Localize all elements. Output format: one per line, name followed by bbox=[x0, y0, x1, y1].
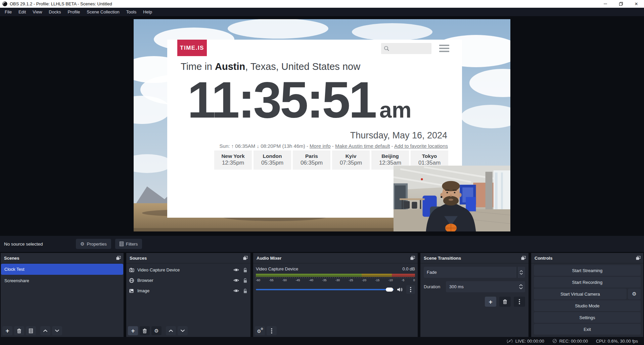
transition-actions: + bbox=[424, 297, 525, 307]
scenes-toolbar: + bbox=[2, 326, 62, 335]
minimize-icon bbox=[604, 4, 607, 4]
scene-item-clock-test[interactable]: Clock Test bbox=[1, 264, 123, 275]
trash-icon bbox=[143, 329, 147, 333]
double-gear-icon: ⚙⚙ bbox=[257, 328, 263, 334]
exit-button[interactable]: Exit bbox=[534, 324, 641, 335]
timeis-heading: Time in Austin, Texas, United States now bbox=[181, 61, 360, 72]
spin-up-icon[interactable] bbox=[519, 284, 523, 286]
filters-icon bbox=[29, 329, 33, 333]
move-scene-up-button[interactable] bbox=[40, 326, 50, 335]
source-properties-button[interactable]: ⚙ bbox=[151, 326, 162, 335]
scene-filters-button[interactable] bbox=[26, 326, 36, 335]
clock-ampm: am bbox=[379, 97, 411, 123]
gear-icon: ⚙ bbox=[154, 328, 158, 333]
remove-scene-button[interactable] bbox=[14, 326, 24, 335]
virtual-camera-config-button[interactable]: ⚙ bbox=[628, 289, 641, 299]
unlock-icon[interactable] bbox=[243, 278, 247, 283]
menu-file[interactable]: File bbox=[1, 8, 15, 16]
popout-icon[interactable] bbox=[636, 256, 641, 260]
source-row-video-capture[interactable]: Video Capture Device bbox=[126, 265, 250, 275]
transition-select[interactable]: Fade bbox=[424, 267, 525, 278]
gear-icon: ⚙ bbox=[80, 241, 85, 247]
scene-transitions-panel-header[interactable]: Scene Transitions bbox=[420, 253, 528, 263]
menu-docks[interactable]: Docks bbox=[45, 8, 64, 16]
webcam-source[interactable] bbox=[394, 166, 510, 231]
popout-icon[interactable] bbox=[521, 256, 526, 260]
duration-spinbox[interactable]: 300 ms bbox=[446, 281, 525, 292]
transition-menu-button[interactable] bbox=[514, 297, 525, 307]
mixer-channel-name: Video Capture Device bbox=[256, 266, 298, 271]
move-scene-down-button[interactable] bbox=[52, 326, 62, 335]
minimize-button[interactable] bbox=[598, 0, 613, 8]
source-row-image[interactable]: Image bbox=[126, 286, 250, 296]
plus-icon: + bbox=[131, 328, 135, 334]
close-button[interactable]: × bbox=[629, 0, 644, 8]
spin-down-icon[interactable] bbox=[519, 287, 523, 289]
unlock-icon[interactable] bbox=[243, 268, 247, 272]
start-streaming-button[interactable]: Start Streaming bbox=[534, 265, 641, 276]
visibility-eye-icon[interactable] bbox=[233, 268, 239, 272]
visibility-eye-icon[interactable] bbox=[233, 278, 239, 283]
menu-profile[interactable]: Profile bbox=[64, 8, 83, 16]
scene-item-screenshare[interactable]: Screenshare bbox=[1, 275, 123, 286]
scenes-panel-header[interactable]: Scenes bbox=[1, 253, 124, 263]
camera-icon bbox=[129, 268, 134, 272]
settings-button[interactable]: Settings bbox=[534, 312, 641, 323]
add-source-button[interactable]: + bbox=[128, 326, 138, 335]
add-favorite-link: Add to favorite locations bbox=[394, 143, 448, 149]
studio-mode-button[interactable]: Studio Mode bbox=[534, 300, 641, 311]
timeis-clock: 11:35:51 am bbox=[187, 72, 411, 128]
menu-bar: File Edit View Docks Profile Scene Colle… bbox=[0, 8, 644, 16]
mixer-channel-menu-button[interactable] bbox=[406, 285, 415, 294]
city-kyiv: Kyiv07:35pm bbox=[332, 150, 370, 170]
menu-edit[interactable]: Edit bbox=[15, 8, 29, 16]
remove-transition-button[interactable] bbox=[499, 297, 511, 307]
menu-view[interactable]: View bbox=[29, 8, 45, 16]
add-transition-button[interactable]: + bbox=[485, 297, 496, 307]
menu-tools[interactable]: Tools bbox=[123, 8, 140, 16]
preview-canvas[interactable]: TIME.IS Time in Austin, Texas, United St… bbox=[134, 19, 510, 231]
filters-button[interactable]: Filters bbox=[115, 239, 142, 249]
source-row-browser[interactable]: Browser bbox=[126, 275, 250, 286]
menu-help[interactable]: Help bbox=[140, 8, 155, 16]
chevron-up-icon bbox=[43, 330, 47, 332]
start-virtual-camera-button[interactable]: Start Virtual Camera bbox=[534, 289, 627, 299]
context-bar: No source selected ⚙ Properties Filters bbox=[0, 236, 644, 252]
dock-area: Scenes Clock Test Screenshare + bbox=[0, 252, 644, 337]
remove-source-button[interactable] bbox=[140, 326, 150, 335]
rec-status: REC: 00:00:00 bbox=[552, 339, 588, 344]
mixer-level-db: 0.0 dB bbox=[402, 266, 415, 271]
volume-slider[interactable] bbox=[256, 289, 394, 290]
add-scene-button[interactable]: + bbox=[2, 326, 12, 335]
scene-transitions-panel-title: Scene Transitions bbox=[424, 256, 521, 261]
speaker-icon[interactable] bbox=[397, 287, 403, 292]
plus-icon: + bbox=[5, 328, 9, 334]
title-bar: OBS 29.1.2 - Profile: LLHLS BETA - Scene… bbox=[0, 0, 644, 8]
move-source-up-button[interactable] bbox=[166, 326, 176, 335]
start-recording-button[interactable]: Start Recording bbox=[534, 277, 641, 288]
advanced-audio-button[interactable]: ⚙⚙ bbox=[255, 326, 265, 335]
controls-panel-title: Controls bbox=[535, 256, 636, 261]
selected-source-status: No source selected bbox=[4, 242, 71, 247]
popout-icon[interactable] bbox=[243, 256, 248, 260]
city-new-york: New York12:35pm bbox=[214, 150, 252, 170]
unlock-icon[interactable] bbox=[243, 289, 247, 293]
mixer-menu-button[interactable] bbox=[267, 326, 277, 335]
audio-mixer-panel-header[interactable]: Audio Mixer bbox=[253, 253, 418, 263]
sources-panel: Sources Video Capture Device bbox=[126, 253, 250, 337]
menu-scene-collection[interactable]: Scene Collection bbox=[83, 8, 123, 16]
properties-button[interactable]: ⚙ Properties bbox=[76, 239, 111, 249]
globe-icon bbox=[129, 278, 134, 283]
close-icon: × bbox=[635, 1, 638, 7]
volume-slider-handle[interactable] bbox=[386, 288, 393, 292]
timeis-logo: TIME.IS bbox=[177, 40, 207, 56]
popout-icon[interactable] bbox=[410, 256, 415, 260]
visibility-eye-icon[interactable] bbox=[233, 289, 239, 293]
sources-panel-header[interactable]: Sources bbox=[126, 253, 250, 263]
transition-select-arrows[interactable] bbox=[517, 267, 525, 278]
popout-icon[interactable] bbox=[116, 256, 121, 260]
move-source-down-button[interactable] bbox=[178, 326, 188, 335]
webcam-video bbox=[394, 166, 510, 231]
restore-button[interactable] bbox=[613, 0, 629, 8]
controls-panel-header[interactable]: Controls bbox=[531, 253, 643, 263]
